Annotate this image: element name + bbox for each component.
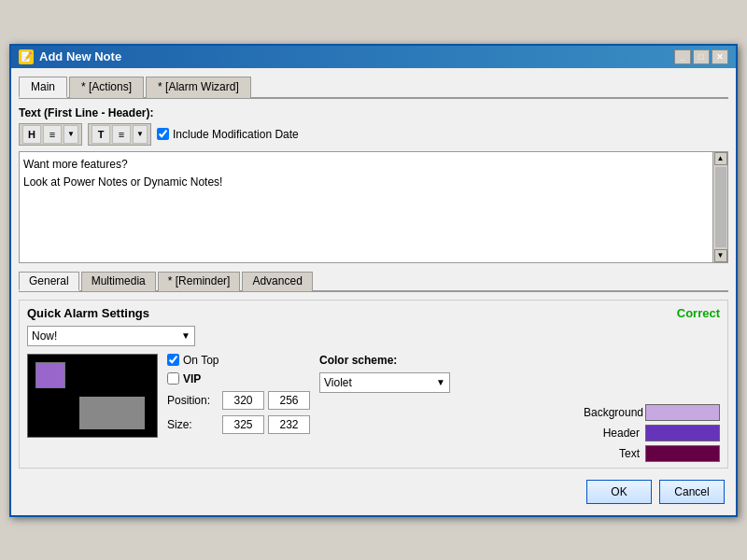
position-label: Position: [167,394,218,407]
preview-header-block [35,362,65,388]
background-color-swatch [645,404,720,421]
bottom-main-content: On Top VIP Position: 320 256 Size: 325 [27,354,720,462]
window-title: Add New Note [39,49,121,63]
cancel-button[interactable]: Cancel [659,480,725,504]
position-x-input[interactable]: 320 [222,391,264,410]
quick-alarm-title: Quick Alarm Settings [27,306,149,320]
position-y-input[interactable]: 256 [268,391,310,410]
inner-tab-general[interactable]: General [19,272,79,291]
size-w-input[interactable]: 325 [222,415,264,434]
header-align-button[interactable]: ≡ [43,125,62,144]
inner-tab-advanced[interactable]: Advanced [242,272,312,291]
window-content: Main * [Actions] * [Alarm Wizard] Text (… [11,68,736,515]
on-top-checkbox-label[interactable]: On Top [167,354,310,367]
on-top-label: On Top [183,354,218,367]
background-color-name: Background [584,406,640,419]
text-color-swatch [645,445,720,462]
textarea-scrollbar[interactable]: ▲ ▼ [712,152,727,262]
alarm-time-value: Now! [32,329,57,343]
correct-label: Correct [677,306,720,320]
tab-actions[interactable]: * [Actions] [69,77,144,98]
textarea-line3: Look at Power Notes or Dynamic Notes! [23,174,705,191]
inner-tab-bar: General Multimedia * [Reminder] Advanced [19,271,728,292]
ok-button[interactable]: OK [586,480,652,504]
vip-label: VIP [183,372,201,385]
color-scheme-section: Color scheme: Violet ▼ Background Header [319,354,720,462]
text-color-name: Text [584,447,640,460]
color-scheme-arrow: ▼ [436,377,445,387]
scrollbar-thumb[interactable] [715,167,726,247]
color-scheme-value: Violet [324,376,352,389]
scrollbar-down-arrow[interactable]: ▼ [714,249,727,262]
inner-tab-multimedia[interactable]: Multimedia [81,272,156,291]
quick-alarm-header-row: Quick Alarm Settings Correct [27,306,720,320]
scrollbar-up-arrow[interactable]: ▲ [714,152,727,165]
text-format-dropdown[interactable]: ▼ [133,125,148,144]
include-mod-date-checkbox[interactable] [157,128,169,140]
on-top-checkbox[interactable] [167,354,179,366]
note-text-area-container: Want more features? Look at Power Notes … [19,151,728,263]
vip-checkbox-label[interactable]: VIP [167,372,310,385]
note-preview-box [27,354,158,438]
dialog-buttons: OK Cancel [19,476,728,508]
text-bold-button[interactable]: T [92,125,110,144]
window-icon: 📝 [19,49,34,64]
toolbar-row: H ≡ ▼ T ≡ ▼ Include Modification Date [19,123,728,146]
size-row: Size: 325 232 [167,415,310,434]
main-tab-bar: Main * [Actions] * [Alarm Wizard] [19,76,728,99]
color-scheme-title: Color scheme: [319,354,720,367]
preview-body-block [79,397,145,429]
text-section-label: Text (First Line - Header): [19,106,728,119]
include-mod-date-label: Include Modification Date [173,128,299,141]
header-format-group: H ≡ ▼ [19,123,82,146]
include-mod-date-checkbox-label[interactable]: Include Modification Date [157,128,299,141]
inner-tab-reminder[interactable]: * [Reminder] [158,272,241,291]
position-row: Position: 320 256 [167,391,310,410]
text-color-row: Text [319,445,720,462]
size-h-input[interactable]: 232 [268,415,310,434]
text-format-group: T ≡ ▼ [88,123,151,146]
vip-checkbox[interactable] [167,372,179,385]
options-section: On Top VIP Position: 320 256 Size: 325 [167,354,310,462]
color-scheme-dropdown[interactable]: Violet ▼ [319,372,450,393]
header-color-name: Header [584,427,640,440]
alarm-time-dropdown[interactable]: Now! ▼ [27,326,195,346]
textarea-line1: Want more features? [23,156,705,174]
header-color-swatch [645,425,720,441]
tab-main[interactable]: Main [19,77,67,98]
title-bar-controls: _ □ ✕ [674,49,728,64]
tab-alarm-wizard[interactable]: * [Alarm Wizard] [146,77,251,98]
header-bold-button[interactable]: H [22,125,41,144]
maximize-button[interactable]: □ [693,49,710,64]
add-note-window: 📝 Add New Note _ □ ✕ Main * [Actions] * … [9,44,738,517]
bottom-section: Quick Alarm Settings Correct Now! ▼ [19,300,728,469]
title-bar: 📝 Add New Note _ □ ✕ [11,46,736,68]
size-label: Size: [167,418,218,431]
close-button[interactable]: ✕ [712,49,728,64]
alarm-dropdown-arrow: ▼ [181,330,190,341]
text-align-button[interactable]: ≡ [112,125,131,144]
minimize-button[interactable]: _ [674,49,691,64]
background-color-row: Background [319,404,720,421]
header-color-row: Header [319,425,720,441]
note-text-content[interactable]: Want more features? Look at Power Notes … [23,156,724,191]
header-format-dropdown[interactable]: ▼ [63,125,78,144]
